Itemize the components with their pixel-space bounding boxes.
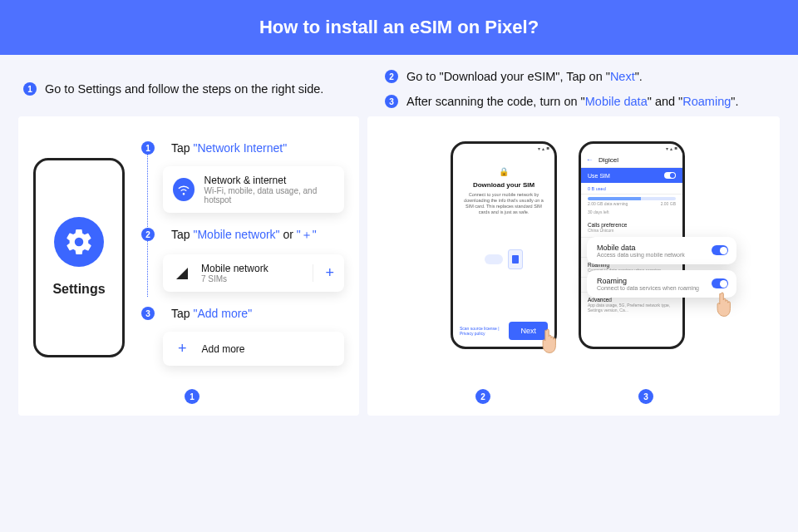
panel-badge-1: 1: [185, 389, 200, 404]
page-title: How to install an eSIM on Pixel?: [259, 17, 539, 38]
intro-step-1-text: Go to Settings and follow the steps on t…: [45, 82, 323, 96]
step-connector-line: [147, 151, 148, 297]
settings-label: Settings: [46, 280, 111, 298]
badge-2-icon: 2: [385, 70, 398, 83]
sim-chip-icon: [508, 249, 523, 269]
panel-screens: ▾▴■ 🔒 Download your SIM Connect to your …: [367, 116, 780, 416]
privacy-links: Scan source license | Privacy policy: [460, 326, 509, 336]
panel-badge-3: 3: [638, 389, 653, 404]
download-sim-screen: ▾▴■ 🔒 Download your SIM Connect to your …: [451, 141, 557, 349]
back-icon[interactable]: ←: [586, 155, 594, 164]
hand-pointer-icon: [713, 289, 738, 319]
gear-icon: [54, 217, 104, 267]
substep-3: 3 Tap "Add more": [141, 307, 344, 320]
sim-illustration: [453, 249, 554, 269]
cloud-icon: [485, 254, 503, 264]
card2-title: Mobile network: [201, 263, 268, 274]
status-bar: ▾▴■: [581, 144, 682, 152]
badge-1-icon: 1: [23, 82, 37, 96]
card1-title: Network & internet: [204, 175, 334, 186]
plus-icon: +: [178, 340, 187, 357]
download-desc: Connect to your mobile network by downlo…: [461, 192, 546, 216]
download-title: Download your SIM: [473, 181, 534, 189]
lock-icon: 🔒: [499, 167, 509, 176]
panel-steps: Settings 1 Tap "Network Internet" Networ…: [18, 116, 359, 416]
next-link: Next: [610, 70, 635, 83]
overlay-md-sub: Access data using mobile network: [597, 252, 727, 258]
substep-3-badge: 3: [141, 307, 155, 320]
substep-1-badge: 1: [141, 141, 155, 155]
card1-sub: Wi-Fi, mobile, data usage, and hotspot: [204, 186, 334, 204]
calls-pref-row[interactable]: Calls preferenceChina Unicom: [581, 218, 682, 238]
card3-title: Add more: [202, 343, 245, 355]
substep-2-badge: 2: [141, 228, 155, 241]
substep-2: 2 Tap "Mobile network" or "＋": [141, 228, 344, 243]
intro-step-1: 1 Go to Settings and follow the steps on…: [23, 82, 323, 96]
toggle-on-icon[interactable]: [712, 278, 728, 288]
mobile-data-overlay: Mobile data Access data using mobile net…: [587, 237, 736, 264]
plus-icon: +: [313, 264, 334, 282]
overlay-rm-sub: Connect to data services when roaming: [597, 285, 727, 291]
data-bar: [588, 197, 676, 200]
signal-icon: [176, 268, 188, 279]
intro-step-3: 3 After scanning the code, turn on "Mobi…: [385, 95, 775, 108]
hand-pointer-icon: [539, 326, 564, 356]
hero-banner: How to install an eSIM on Pixel?: [0, 0, 798, 55]
badge-3-icon: 3: [385, 95, 398, 108]
card2-sub: 7 SIMs: [201, 274, 268, 283]
intro-step-2: 2 Go to "Download your eSIM", Tap on "Ne…: [385, 70, 775, 83]
status-bar: ▾▴■: [453, 144, 554, 152]
intro-section: 1 Go to Settings and follow the steps on…: [0, 55, 798, 116]
roaming-link: Roaming: [682, 95, 731, 108]
panel-badge-2: 2: [475, 389, 490, 404]
mobile-data-link: Mobile data: [585, 95, 648, 108]
toggle-on-icon[interactable]: [712, 245, 728, 255]
used-label: 0 B used: [581, 183, 682, 195]
carrier-name: Digicel: [598, 156, 618, 164]
settings-phone-illustration: Settings: [33, 158, 125, 357]
network-internet-card: Network & internet Wi-Fi, mobile, data u…: [163, 166, 344, 213]
use-sim-row[interactable]: Use SIM: [581, 168, 682, 183]
overlay-md-title: Mobile data: [597, 244, 727, 252]
mobile-network-card: Mobile network 7 SIMs +: [163, 254, 344, 292]
substep-1: 1 Tap "Network Internet": [141, 141, 344, 155]
wifi-icon: [173, 178, 195, 201]
add-more-card: + Add more: [163, 332, 344, 366]
toggle-icon[interactable]: [664, 172, 676, 179]
overlay-rm-title: Roaming: [597, 277, 727, 285]
